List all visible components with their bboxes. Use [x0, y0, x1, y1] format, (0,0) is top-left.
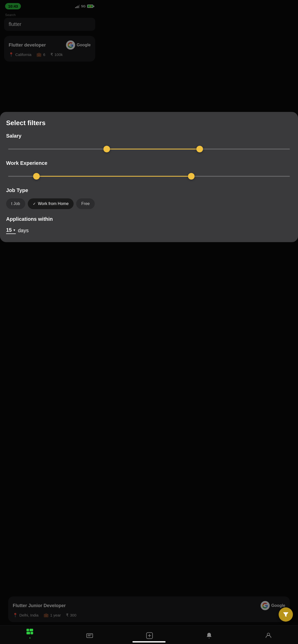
experience-label: Work Experience — [6, 160, 99, 166]
salary-track — [8, 149, 99, 150]
salary-slider[interactable] — [8, 144, 99, 154]
experience-slider[interactable] — [8, 171, 99, 181]
filter-title: Select filters — [6, 119, 99, 127]
job-type-freelance[interactable]: Free — [76, 198, 95, 209]
job-type-wfh[interactable]: ✓ Work from Home — [28, 198, 74, 209]
job-type-contract[interactable]: t Job — [6, 198, 25, 209]
job-type-options: t Job ✓ Work from Home Free — [6, 198, 99, 209]
filter-modal: Select filters Salary Work Experience Jo… — [0, 112, 99, 215]
job-type-label: Job Type — [6, 187, 99, 193]
freelance-label: Free — [81, 201, 90, 206]
experience-fill — [36, 176, 99, 177]
check-icon: ✓ — [33, 202, 36, 206]
experience-thumb-min[interactable] — [33, 173, 40, 180]
wfh-label: Work from Home — [38, 201, 69, 206]
salary-label: Salary — [6, 133, 99, 139]
contract-label: t Job — [11, 201, 20, 206]
